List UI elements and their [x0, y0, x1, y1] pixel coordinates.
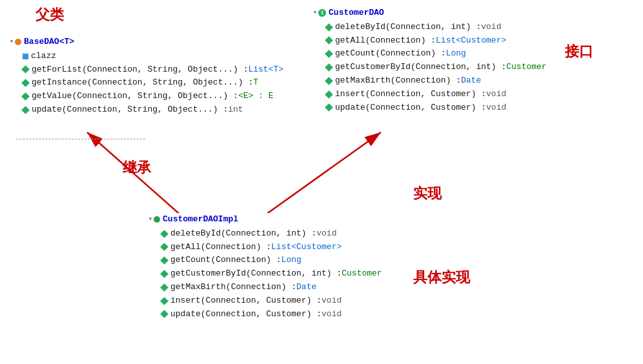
method-icon	[160, 230, 168, 238]
method-params: (Connection, String, Object...) :	[87, 76, 253, 90]
method-name: getInstance	[32, 76, 87, 90]
method-name: update	[170, 308, 201, 321]
method-item: getAll(Connection) : List<Customer>	[161, 241, 382, 254]
method-item: getMaxBirth(Connection) : Date	[161, 281, 382, 294]
method-params: (Connection) :	[226, 281, 296, 294]
method-item: getInstance(Connection, String, Object..…	[23, 76, 283, 90]
method-params: (Connection) :	[391, 74, 461, 88]
method-params: (Connection) :	[365, 34, 436, 48]
method-icon	[160, 243, 168, 252]
method-return: List<Customer>	[271, 241, 342, 254]
method-return: List<Customer>	[436, 34, 506, 48]
method-name: getValue	[32, 90, 72, 103]
customer-dao-impl-title: CustomerDAOImpl	[163, 213, 238, 227]
method-item: insert(Connection, Customer) : void	[161, 294, 382, 308]
method-params: (Connection, int) :	[385, 21, 481, 34]
method-name: getCustomerById	[170, 267, 246, 281]
base-dao-title-row: ▾ BaseDAO<T>	[10, 35, 283, 49]
method-name: deleteById	[335, 21, 385, 34]
method-return: Customer	[506, 61, 546, 74]
annotation-interface: 接口	[565, 42, 593, 61]
method-icon	[325, 23, 333, 32]
method-params: (Connection, int) :	[246, 267, 342, 281]
method-item: update(Connection, String, Object...) : …	[23, 103, 283, 117]
method-return: void	[322, 294, 342, 308]
method-item: getForList(Connection, String, Object...…	[23, 63, 283, 77]
method-item: update(Connection, Customer) : void	[326, 101, 547, 115]
method-icon	[325, 90, 333, 99]
interface-icon: I	[318, 9, 326, 17]
method-return: void	[486, 88, 506, 101]
method-name: update	[335, 101, 365, 115]
method-name: getCount	[170, 254, 210, 267]
method-params: (Connection, String, Object...) :	[62, 103, 228, 117]
method-item: getCount(Connection) : Long	[326, 47, 547, 61]
method-item: deleteById(Connection, int) : void	[326, 21, 547, 34]
method-params: (Connection) :	[210, 254, 281, 267]
method-icon	[160, 270, 168, 278]
method-params: (Connection, Customer) :	[365, 88, 486, 101]
method-icon	[21, 79, 30, 87]
method-params: (Connection, Customer) :	[201, 294, 322, 308]
method-params: (Connection, int) :	[221, 227, 316, 241]
annotation-concrete: 具体实现	[413, 268, 470, 287]
field-clazz: clazz	[23, 50, 283, 63]
method-icon	[325, 77, 333, 85]
expand-icon[interactable]: ▾	[313, 8, 317, 18]
method-icon	[160, 310, 168, 319]
field-clazz-name: clazz	[31, 50, 56, 63]
customer-dao-methods: deleteById(Connection, int) : voidgetAll…	[326, 21, 547, 115]
method-item: getCustomerById(Connection, int) : Custo…	[161, 267, 382, 281]
method-icon	[325, 50, 333, 58]
expand-icon[interactable]: ▾	[10, 37, 14, 47]
method-name: insert	[335, 88, 365, 101]
method-icon	[160, 297, 168, 305]
base-dao-fields: clazz	[23, 50, 283, 63]
customer-dao-impl-title-row: ▾ CustomerDAOImpl	[148, 213, 382, 227]
method-icon	[160, 256, 168, 265]
method-icon	[325, 37, 333, 45]
method-return: void	[486, 101, 506, 115]
customer-dao-box: ▾ I CustomerDAO deleteById(Connection, i…	[313, 6, 547, 114]
customer-dao-title-row: ▾ I CustomerDAO	[313, 6, 547, 20]
method-name: deleteById	[170, 227, 221, 241]
method-item: deleteById(Connection, int) : void	[161, 227, 382, 241]
method-icon	[325, 104, 333, 112]
method-name: getForList	[32, 63, 82, 77]
method-name: getCustomerById	[335, 61, 411, 74]
method-icon	[325, 63, 333, 72]
method-params: (Connection) :	[201, 241, 271, 254]
method-return: T	[253, 76, 258, 90]
method-params: (Connection, String, Object...) :	[82, 63, 248, 77]
method-return: Date	[296, 281, 316, 294]
method-return: <E> : E	[238, 90, 274, 103]
method-return: void	[481, 21, 501, 34]
method-item: insert(Connection, Customer) : void	[326, 88, 547, 101]
method-params: (Connection, Customer) :	[201, 308, 322, 321]
dashed-line	[16, 139, 145, 139]
method-item: update(Connection, Customer) : void	[161, 308, 382, 321]
method-return: Customer	[342, 267, 382, 281]
base-dao-methods: getForList(Connection, String, Object...…	[23, 63, 283, 117]
method-name: getMaxBirth	[170, 281, 226, 294]
field-icon	[23, 54, 28, 59]
method-icon	[160, 283, 168, 292]
method-params: (Connection, Customer) :	[365, 101, 486, 115]
annotation-implementation: 实现	[413, 184, 442, 203]
method-icon	[21, 106, 30, 114]
expand-icon[interactable]: ▾	[148, 214, 152, 225]
method-return: Date	[461, 74, 481, 88]
method-item: getMaxBirth(Connection) : Date	[326, 74, 547, 88]
base-dao-title: BaseDAO<T>	[24, 35, 74, 49]
method-item: getCustomerById(Connection, int) : Custo…	[326, 61, 547, 74]
annotation-inheritance: 继承	[123, 158, 151, 177]
method-return: void	[322, 308, 342, 321]
customer-dao-title: CustomerDAO	[329, 6, 384, 20]
class-icon	[15, 39, 21, 45]
base-dao-box: ▾ BaseDAO<T> clazz getForList(Connection…	[10, 35, 283, 117]
customer-dao-impl-box: ▾ CustomerDAOImpl deleteById(Connection,…	[148, 213, 382, 321]
method-name: getAll	[335, 34, 365, 48]
method-name: update	[32, 103, 62, 117]
diagram-container: ▾ BaseDAO<T> clazz getForList(Connection…	[0, 0, 643, 364]
method-item: getCount(Connection) : Long	[161, 254, 382, 267]
